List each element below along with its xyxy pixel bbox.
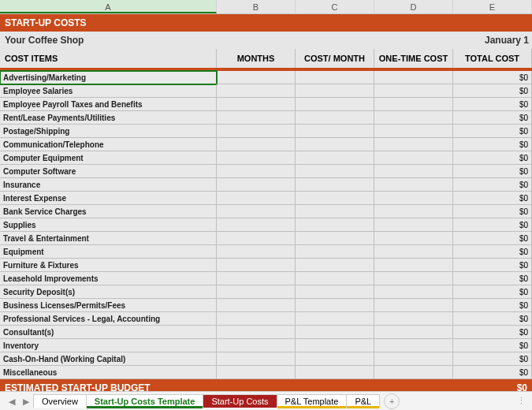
- cell-months[interactable]: [217, 312, 296, 326]
- cell-one-time[interactable]: [374, 71, 453, 84]
- cell-total[interactable]: $0: [453, 245, 532, 259]
- cell-months[interactable]: [217, 326, 296, 339]
- cell-months[interactable]: [217, 98, 296, 111]
- cell-months[interactable]: [217, 165, 296, 178]
- cost-item-label[interactable]: Cash-On-Hand (Working Capital): [0, 352, 217, 366]
- cell-one-time[interactable]: [374, 299, 453, 312]
- cost-item-label[interactable]: Insurance: [0, 178, 217, 192]
- cell-total[interactable]: $0: [453, 232, 532, 245]
- cell-one-time[interactable]: [374, 151, 453, 165]
- cost-item-label[interactable]: Computer Equipment: [0, 151, 217, 165]
- cell-total[interactable]: $0: [453, 71, 532, 84]
- cell-total[interactable]: $0: [453, 285, 532, 299]
- cell-months[interactable]: [217, 245, 296, 259]
- cell-months[interactable]: [217, 125, 296, 138]
- cost-item-label[interactable]: Postage/Shipping: [0, 125, 217, 138]
- cost-item-label[interactable]: Rent/Lease Payments/Utilities: [0, 111, 217, 125]
- cell-one-time[interactable]: [374, 326, 453, 339]
- cell-total[interactable]: $0: [453, 178, 532, 192]
- tab-pl-template[interactable]: P&L Template: [277, 394, 348, 408]
- cell-months[interactable]: [217, 138, 296, 151]
- col-header-e[interactable]: E: [453, 0, 532, 13]
- cost-item-label[interactable]: Business Licenses/Permits/Fees: [0, 299, 217, 312]
- cell-total[interactable]: $0: [453, 111, 532, 125]
- cell-cost-month[interactable]: [296, 125, 374, 138]
- cell-cost-month[interactable]: [296, 299, 374, 312]
- cell-one-time[interactable]: [374, 98, 453, 111]
- cell-months[interactable]: [217, 259, 296, 272]
- col-header-d[interactable]: D: [374, 0, 453, 13]
- cell-cost-month[interactable]: [296, 339, 374, 352]
- cell-one-time[interactable]: [374, 285, 453, 299]
- cell-cost-month[interactable]: [296, 84, 374, 98]
- cell-total[interactable]: $0: [453, 218, 532, 232]
- cell-one-time[interactable]: [374, 259, 453, 272]
- cell-total[interactable]: $0: [453, 312, 532, 326]
- cell-cost-month[interactable]: [296, 165, 374, 178]
- cell-cost-month[interactable]: [296, 98, 374, 111]
- cell-total[interactable]: $0: [453, 98, 532, 111]
- cell-cost-month[interactable]: [296, 245, 374, 259]
- tab-nav-next-icon[interactable]: ▶: [19, 394, 33, 408]
- cost-item-label[interactable]: Computer Software: [0, 165, 217, 178]
- cell-cost-month[interactable]: [296, 138, 374, 151]
- cost-item-label[interactable]: Advertising/Marketing: [0, 71, 217, 84]
- cell-one-time[interactable]: [374, 192, 453, 205]
- cell-one-time[interactable]: [374, 111, 453, 125]
- cell-one-time[interactable]: [374, 138, 453, 151]
- cost-item-label[interactable]: Consultant(s): [0, 326, 217, 339]
- cost-item-label[interactable]: Communication/Telephone: [0, 138, 217, 151]
- col-header-b[interactable]: B: [217, 0, 296, 13]
- cell-total[interactable]: $0: [453, 84, 532, 98]
- cell-months[interactable]: [217, 352, 296, 366]
- cost-item-label[interactable]: Security Deposit(s): [0, 285, 217, 299]
- cell-one-time[interactable]: [374, 312, 453, 326]
- date-label[interactable]: January 1: [374, 32, 532, 49]
- cell-cost-month[interactable]: [296, 178, 374, 192]
- cell-months[interactable]: [217, 151, 296, 165]
- cell-months[interactable]: [217, 178, 296, 192]
- cell-one-time[interactable]: [374, 366, 453, 379]
- cell-cost-month[interactable]: [296, 326, 374, 339]
- cell-one-time[interactable]: [374, 165, 453, 178]
- cell-cost-month[interactable]: [296, 352, 374, 366]
- cell-cost-month[interactable]: [296, 205, 374, 218]
- cell-months[interactable]: [217, 218, 296, 232]
- cell-months[interactable]: [217, 205, 296, 218]
- cell-months[interactable]: [217, 366, 296, 379]
- tab-overflow-icon[interactable]: ⋮: [517, 396, 526, 406]
- cell-total[interactable]: $0: [453, 259, 532, 272]
- cell-one-time[interactable]: [374, 178, 453, 192]
- cell-total[interactable]: $0: [453, 138, 532, 151]
- cell-cost-month[interactable]: [296, 232, 374, 245]
- col-header-a[interactable]: A: [0, 0, 217, 13]
- cell-total[interactable]: $0: [453, 165, 532, 178]
- cell-months[interactable]: [217, 111, 296, 125]
- cell-one-time[interactable]: [374, 125, 453, 138]
- cell-months[interactable]: [217, 339, 296, 352]
- cell-cost-month[interactable]: [296, 259, 374, 272]
- cost-item-label[interactable]: Leasehold Improvements: [0, 272, 217, 285]
- tab-startup-costs[interactable]: Start-Up Costs: [203, 394, 277, 408]
- cell-months[interactable]: [217, 285, 296, 299]
- cell-total[interactable]: $0: [453, 151, 532, 165]
- cost-item-label[interactable]: Miscellaneous: [0, 366, 217, 379]
- cell-one-time[interactable]: [374, 84, 453, 98]
- cost-item-label[interactable]: Employee Payroll Taxes and Benefits: [0, 98, 217, 111]
- shop-name[interactable]: Your Coffee Shop: [0, 32, 374, 49]
- cost-item-label[interactable]: Professional Services - Legal, Accountin…: [0, 312, 217, 326]
- tab-overview[interactable]: Overview: [33, 394, 87, 408]
- cell-total[interactable]: $0: [453, 339, 532, 352]
- cost-item-label[interactable]: Supplies: [0, 218, 217, 232]
- cell-one-time[interactable]: [374, 232, 453, 245]
- cell-total[interactable]: $0: [453, 366, 532, 379]
- cell-total[interactable]: $0: [453, 205, 532, 218]
- tab-pl[interactable]: P&L: [346, 394, 380, 408]
- cell-total[interactable]: $0: [453, 326, 532, 339]
- cell-cost-month[interactable]: [296, 192, 374, 205]
- cost-item-label[interactable]: Travel & Entertainment: [0, 232, 217, 245]
- cell-months[interactable]: [217, 192, 296, 205]
- cell-total[interactable]: $0: [453, 299, 532, 312]
- cell-one-time[interactable]: [374, 272, 453, 285]
- cell-cost-month[interactable]: [296, 111, 374, 125]
